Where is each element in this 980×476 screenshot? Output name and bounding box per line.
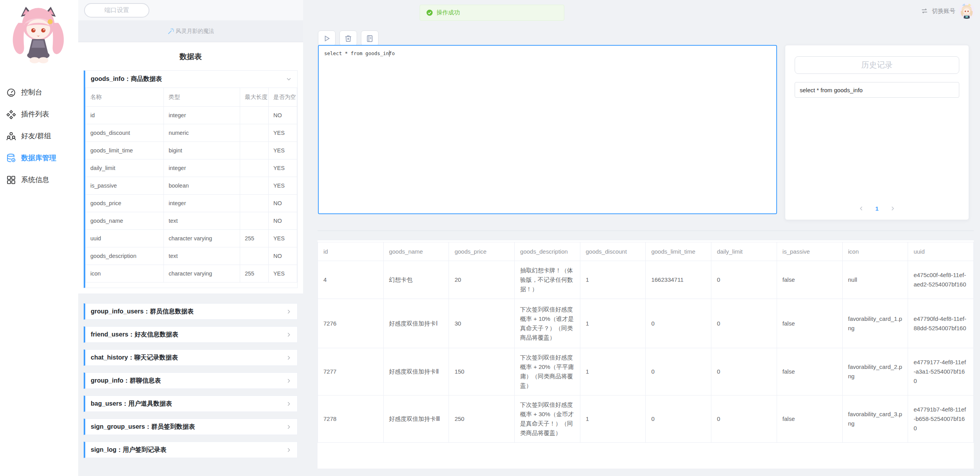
schema-cell: goods_price xyxy=(86,195,164,212)
results-cell: 好感度双倍加持卡Ⅲ xyxy=(383,395,449,443)
schema-cell: icon xyxy=(86,265,164,283)
table-panel-group-info[interactable]: group_info：群聊信息表 xyxy=(84,372,298,389)
results-row: 4 幻想卡包 20 抽取幻想卡牌！（体验版，不记录任何数据！） 1 166233… xyxy=(318,261,974,299)
table-panel-title: group_info：群聊信息表 xyxy=(91,377,161,385)
schema-row: goods_description text NO xyxy=(86,247,297,265)
history-item[interactable]: select * from goods_info xyxy=(795,82,959,98)
chevron-right-icon xyxy=(286,355,292,361)
schema-row: is_passive boolean YES xyxy=(86,177,297,195)
chevron-right-icon xyxy=(890,206,896,211)
schema-cell: integer xyxy=(164,159,240,177)
results-row: 7277 好感度双倍加持卡Ⅱ 150 下次签到双倍好感度概率 + 20%（平平庸… xyxy=(318,348,974,395)
results-cell: false xyxy=(777,299,842,348)
chibi-avatar-illustration xyxy=(7,5,70,73)
schema-cell: character varying xyxy=(164,265,240,283)
results-cell: 1 xyxy=(580,299,646,348)
results-cell: 0 xyxy=(646,299,711,348)
chevron-right-icon xyxy=(286,378,292,384)
table-panel-bag-users[interactable]: bag_users：用户道具数据表 xyxy=(84,395,298,412)
table-panel-sign-group-users[interactable]: sign_group_users：群员签到数据表 xyxy=(84,419,298,435)
table-panel-title: chat_history：聊天记录数据表 xyxy=(91,354,178,362)
user-avatar[interactable] xyxy=(959,3,975,19)
next-page-button[interactable] xyxy=(890,206,896,211)
results-col-header: icon xyxy=(842,242,908,261)
sidebar-item-plugins[interactable]: 插件列表 xyxy=(0,103,78,125)
prev-page-button[interactable] xyxy=(858,206,864,211)
toast-message: 操作成功 xyxy=(436,9,460,16)
schema-cell xyxy=(240,247,268,265)
schema-cell: YES xyxy=(268,265,297,283)
chevron-left-icon xyxy=(858,206,864,211)
run-query-button[interactable] xyxy=(318,30,336,46)
magic-wand-icon xyxy=(167,27,175,35)
results-cell: null xyxy=(842,261,908,299)
schema-table: 名称 类型 最大长度 是否为空 id integer NO xyxy=(85,88,297,283)
user-avatar-illustration xyxy=(959,3,975,19)
schema-row: icon character varying 255 YES xyxy=(86,265,297,283)
sql-editor-value: select * from goods_info xyxy=(324,50,395,56)
sql-editor[interactable]: select * from goods_info xyxy=(318,45,777,214)
results-col-header: goods_price xyxy=(449,242,515,261)
results-col-header: id xyxy=(318,242,384,261)
history-panel: 历史记录 select * from goods_info 1 xyxy=(785,45,969,220)
schema-cell: YES xyxy=(268,230,297,247)
schema-cell xyxy=(240,142,268,159)
sidebar-item-system-info[interactable]: 系统信息 xyxy=(0,169,78,191)
sidebar-item-label: 系统信息 xyxy=(21,175,49,184)
results-cell: 下次签到双倍好感度概率 + 10%（谁才是真命天子？）（同类商品将覆盖） xyxy=(515,299,580,348)
page-number[interactable]: 1 xyxy=(875,205,878,212)
results-cell: false xyxy=(777,395,842,443)
schema-cell: daily_limit xyxy=(86,159,164,177)
success-toast: 操作成功 xyxy=(420,5,564,21)
magic-banner: 风灵月影的魔法 xyxy=(78,20,303,42)
schema-cell xyxy=(240,195,268,212)
results-table: id goods_name goods_price goods_descript… xyxy=(318,242,974,443)
schema-cell xyxy=(240,177,268,195)
results-header-row: id goods_name goods_price goods_descript… xyxy=(318,242,974,261)
table-panel-title: sign_log：用户签到记录表 xyxy=(91,446,167,454)
results-cell: 20 xyxy=(449,261,515,299)
table-panel-goods-info: goods_info：商品数据表 名称 类型 最大长度 是否为空 xyxy=(84,70,298,288)
results-cell: 抽取幻想卡牌！（体验版，不记录任何数据！） xyxy=(515,261,580,299)
table-panel-title: group_info_users：群员信息数据表 xyxy=(91,308,194,316)
results-cell: 0 xyxy=(711,299,777,348)
table-panel-goods-info-header[interactable]: goods_info：商品数据表 xyxy=(85,71,297,88)
bot-avatar xyxy=(0,0,78,74)
results-cell: 0 xyxy=(646,395,711,443)
sidebar-item-database[interactable]: 数据库管理 xyxy=(0,147,78,169)
app-window: 控制台 插件列表 好友/群组 xyxy=(0,0,980,476)
sidebar-item-console[interactable]: 控制台 xyxy=(0,81,78,103)
results-cell: 0 xyxy=(711,261,777,299)
chevron-right-icon xyxy=(286,332,292,338)
results-cell: 下次签到双倍好感度概率 + 20%（平平庸庸）（同类商品将覆盖） xyxy=(515,348,580,395)
schema-cell: boolean xyxy=(164,177,240,195)
table-panel-title: bag_users：用户道具数据表 xyxy=(91,400,172,408)
table-panel-chat-history[interactable]: chat_history：聊天记录数据表 xyxy=(84,349,298,366)
results-cell: false xyxy=(777,261,842,299)
table-panel-friend-users[interactable]: friend_users：好友信息数据表 xyxy=(84,326,298,343)
schema-cell: numeric xyxy=(164,124,240,142)
table-panel-group-info-users[interactable]: group_info_users：群员信息数据表 xyxy=(84,303,298,320)
chevron-right-icon xyxy=(286,424,292,430)
results-cell: 好感度双倍加持卡Ⅰ xyxy=(383,299,449,348)
history-log-button[interactable] xyxy=(361,30,379,46)
tables-title: 数据表 xyxy=(78,42,303,70)
table-panel-sign-log[interactable]: sign_log：用户签到记录表 xyxy=(84,442,298,458)
results-cell: favorability_card_3.png xyxy=(842,395,908,443)
schema-cell: YES xyxy=(268,124,297,142)
system-grid-icon xyxy=(6,175,16,185)
schema-cell: is_passive xyxy=(86,177,164,195)
schema-cell: goods_name xyxy=(86,212,164,230)
results-cell: 0 xyxy=(646,348,711,395)
results-cell: 4 xyxy=(318,261,384,299)
results-row: 7276 好感度双倍加持卡Ⅰ 30 下次签到双倍好感度概率 + 10%（谁才是真… xyxy=(318,299,974,348)
clear-query-button[interactable] xyxy=(339,30,357,46)
sidebar-item-friends-groups[interactable]: 好友/群组 xyxy=(0,125,78,147)
port-input[interactable] xyxy=(84,3,149,18)
results-col-header: uuid xyxy=(908,242,974,261)
schema-cell: integer xyxy=(164,107,240,124)
chevron-down-icon xyxy=(286,76,292,82)
results-cell: e4779177-4ef8-11ef-a3a1-5254007bf160 xyxy=(908,348,974,395)
collapsed-tables-list: group_info_users：群员信息数据表 friend_users：好友… xyxy=(78,293,303,458)
account-switcher[interactable]: 切换账号 xyxy=(921,3,975,19)
